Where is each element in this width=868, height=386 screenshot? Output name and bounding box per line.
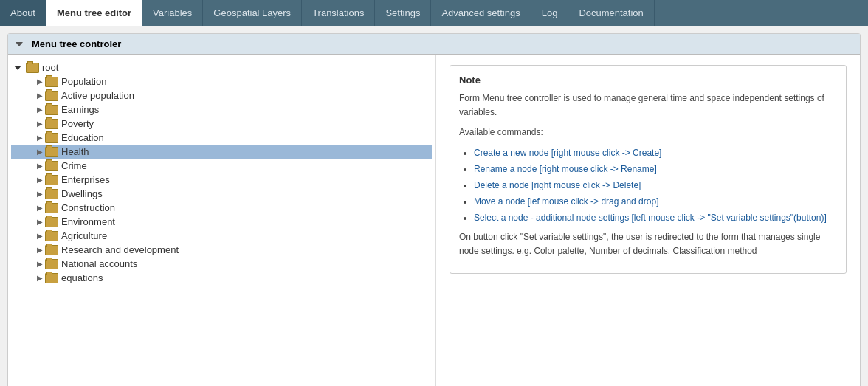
expand-arrow-agriculture: ▶ [35,232,45,240]
expand-arrow-research: ▶ [35,246,45,254]
label-health: Health [61,146,89,157]
expand-arrow-crime: ▶ [35,162,45,170]
label-earnings: Earnings [61,104,99,115]
note-container: Note Form Menu tree controller is used t… [450,65,847,274]
main-content: Menu tree controler root ▶ Population [0,26,868,386]
expand-arrow-earnings: ▶ [35,106,45,114]
note-command-0: Create a new node [right mouse click -> … [474,146,837,159]
label-enterprises: Enterprises [61,174,110,185]
expand-arrow-population: ▶ [35,77,45,86]
note-command-4: Select a node - additional node settings… [474,211,837,224]
expand-arrow-active-population: ▶ [35,92,45,100]
label-crime: Crime [61,160,87,171]
tree-item-enterprises[interactable]: ▶ Enterprises [11,173,432,187]
root-folder-icon [26,63,39,73]
navigation-bar: About Menu tree editor Variables Geospat… [0,0,868,26]
tab-advanced-settings[interactable]: Advanced settings [431,0,531,26]
tree-item-national-accounts[interactable]: ▶ National accounts [11,257,432,271]
note-footer: On button click "Set variable settings",… [459,230,837,258]
expand-arrow-poverty: ▶ [35,120,45,128]
command-text-3: Move a node [lef mouse click -> drag and… [474,196,658,207]
note-section: Note Form Menu tree controller is used t… [436,55,860,386]
folder-icon-poverty [45,119,58,129]
tab-about[interactable]: About [0,0,46,26]
root-label: root [42,62,58,73]
label-environment: Environment [61,216,115,227]
label-construction: Construction [61,202,115,213]
tree-item-construction[interactable]: ▶ Construction [11,201,432,215]
tree-item-health[interactable]: ▶ Health [11,145,432,159]
label-national-accounts: National accounts [61,258,137,269]
note-command-1: Rename a node [right mouse click -> Rena… [474,162,837,176]
tree-section: root ▶ Population ▶ Active population [8,55,435,386]
tree-and-buttons: root ▶ Population ▶ Active population [8,55,436,386]
tab-log[interactable]: Log [531,0,569,26]
tab-documentation[interactable]: Documentation [568,0,654,26]
folder-icon-equations [45,273,58,283]
panel-title: Menu tree controler [32,38,121,49]
tree-item-poverty[interactable]: ▶ Poverty [11,117,432,131]
folder-icon-dwellings [45,189,58,199]
tree-item-dwellings[interactable]: ▶ Dwellings [11,187,432,201]
top-nav: About Menu tree editor Variables Geospat… [0,0,868,26]
label-dwellings: Dwellings [61,188,103,199]
command-text-2: Delete a node [right mouse click -> Dele… [474,180,641,190]
tree-item-agriculture[interactable]: ▶ Agriculture [11,229,432,243]
folder-icon-active-population [45,91,58,101]
label-education: Education [61,132,104,143]
expand-arrow-education: ▶ [35,134,45,142]
tree-item-environment[interactable]: ▶ Environment [11,215,432,229]
folder-icon-population [45,77,58,87]
folder-icon-education [45,133,58,143]
tree-item-education[interactable]: ▶ Education [11,131,432,145]
panel-body: root ▶ Population ▶ Active population [8,55,860,386]
command-text-1: Rename a node [right mouse click -> Rena… [474,164,657,174]
tree-item-equations[interactable]: ▶ equations [11,271,432,285]
tree-item-population[interactable]: ▶ Population [11,75,432,89]
tab-variables[interactable]: Variables [142,0,203,26]
folder-icon-enterprises [45,175,58,185]
command-text-4: Select a node - additional node settings… [474,213,827,223]
root-expand-icon [14,66,21,70]
folder-icon-research [45,245,58,255]
tab-geospatial-layers[interactable]: Geospatial Layers [203,0,302,26]
tab-translations[interactable]: Translations [302,0,375,26]
tree-root-row[interactable]: root [11,61,432,75]
tab-settings[interactable]: Settings [375,0,431,26]
note-command-2: Delete a node [right mouse click -> Dele… [474,179,837,192]
folder-icon-crime [45,161,58,171]
tab-menu-tree-editor[interactable]: Menu tree editor [46,0,142,26]
folder-icon-environment [45,217,58,227]
command-text-0: Create a new node [right mouse click -> … [474,148,661,158]
note-intro: Form Menu tree controller is used to man… [459,92,837,120]
tree-item-earnings[interactable]: ▶ Earnings [11,103,432,117]
expand-arrow-environment: ▶ [35,218,45,226]
note-command-3: Move a node [lef mouse click -> drag and… [474,195,837,208]
folder-icon-earnings [45,105,58,115]
folder-icon-construction [45,203,58,213]
folder-icon-national-accounts [45,259,58,269]
expand-arrow-enterprises: ▶ [35,176,45,184]
folder-icon-health [45,147,58,157]
tree-item-active-population[interactable]: ▶ Active population [11,89,432,103]
label-agriculture: Agriculture [61,230,107,241]
label-research: Research and development [61,244,179,255]
expand-arrow-construction: ▶ [35,204,45,212]
label-active-population: Active population [61,90,134,101]
expand-arrow-national-accounts: ▶ [35,260,45,268]
note-title: Note [459,75,837,86]
menu-tree-panel: Menu tree controler root ▶ Population [7,33,861,386]
note-commands-list: Create a new node [right mouse click -> … [459,146,837,224]
tree-item-crime[interactable]: ▶ Crime [11,159,432,173]
expand-arrow-dwellings: ▶ [35,190,45,198]
collapse-icon [16,42,23,46]
expand-arrow-health: ▶ [35,148,45,156]
expand-arrow-equations: ▶ [35,274,45,282]
panel-header: Menu tree controler [8,34,860,55]
note-commands-label: Available commands: [459,125,837,139]
label-poverty: Poverty [61,118,94,129]
tree-item-research[interactable]: ▶ Research and development [11,243,432,257]
label-equations: equations [61,272,103,283]
label-population: Population [61,76,106,87]
folder-icon-agriculture [45,231,58,241]
